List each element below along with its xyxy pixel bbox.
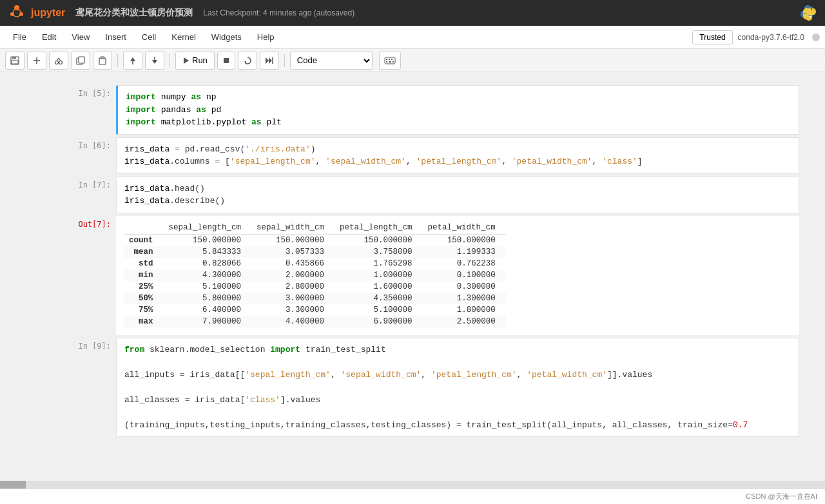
col-header-empty [124, 221, 164, 235]
cell-7-input[interactable]: iris_data.head() iris_data.describe() [116, 177, 799, 213]
toolbar: Run Code Markdown Raw NBConvert [0, 49, 825, 72]
fastforward-icon [265, 56, 274, 65]
table-cell: 5.100000 [164, 281, 252, 293]
table-cell: 2.800000 [251, 281, 335, 293]
row-header-cell: mean [124, 246, 164, 258]
cell-6-code[interactable]: iris_data = pd.read_csv('./iris.data') i… [117, 138, 799, 173]
cut-button[interactable] [49, 52, 68, 70]
menu-help[interactable]: Help [249, 28, 282, 46]
move-down-button[interactable] [145, 52, 164, 70]
table-cell: 6.900000 [335, 316, 423, 327]
table-row: std0.8280660.4358661.7652980.762238 [124, 258, 506, 269]
table-cell: 3.057333 [251, 246, 335, 258]
row-header-cell: count [124, 234, 164, 246]
notebook-title: 鸢尾花分类和波士顿房价预测 [75, 7, 193, 19]
fastforward-button[interactable] [260, 52, 279, 70]
table-row: 50%5.8000003.0000004.3500001.300000 [124, 293, 506, 304]
row-header-cell: 75% [124, 304, 164, 316]
svg-point-12 [59, 61, 63, 64]
describe-table: sepal_length_cm sepal_width_cm petal_len… [124, 221, 506, 327]
table-cell: 3.758000 [335, 246, 423, 258]
menu-kernel[interactable]: Kernel [164, 28, 204, 46]
stop-button[interactable] [217, 52, 235, 70]
row-header-cell: std [124, 258, 164, 269]
cell-7: In [7]: iris_data.head() iris_data.descr… [26, 177, 799, 213]
table-cell: 3.300000 [251, 304, 335, 316]
col-header-sepal-length: sepal_length_cm [164, 221, 252, 235]
table-cell: 4.350000 [335, 293, 423, 304]
stop-icon [222, 57, 230, 64]
paste-icon [98, 56, 107, 65]
cell-7-out-label: Out[7]: [26, 216, 116, 335]
svg-point-11 [55, 61, 59, 64]
table-row: count150.000000150.000000150.000000150.0… [124, 234, 506, 246]
svg-rect-29 [389, 59, 390, 60]
menu-widgets[interactable]: Widgets [204, 28, 249, 46]
jupyter-brand: jupyter [31, 7, 65, 19]
table-cell: 2.500000 [423, 316, 506, 327]
run-icon [182, 57, 190, 64]
svg-marker-25 [269, 57, 272, 64]
menu-file[interactable]: File [5, 28, 34, 46]
svg-line-13 [57, 58, 59, 61]
table-cell: 0.828066 [164, 258, 252, 269]
cell-5-code[interactable]: import numpy as np import pandas as pd i… [118, 86, 799, 134]
menu-cell[interactable]: Cell [134, 28, 164, 46]
cell-7-output-wrapper: Out[7]: sepal_length_cm sepal_width_cm p… [26, 216, 799, 335]
svg-rect-28 [386, 59, 387, 60]
cell-5: In [5]: import numpy as np import pandas… [26, 85, 799, 135]
add-cell-button[interactable] [27, 52, 46, 70]
table-cell: 1.765298 [335, 258, 423, 269]
paste-button[interactable] [93, 52, 112, 70]
svg-rect-30 [391, 59, 393, 60]
row-header-cell: min [124, 269, 164, 281]
svg-rect-8 [12, 61, 18, 64]
cell-9-input[interactable]: from sklearn.model_selection import trai… [116, 338, 799, 438]
kernel-info: conda-py3.7.6-tf2.0 [738, 33, 804, 42]
topbar-left: jupyter 鸢尾花分类和波士顿房价预测 Last Checkpoint: 4… [8, 4, 354, 22]
keyboard-button[interactable] [379, 52, 401, 70]
row-header-cell: 25% [124, 281, 164, 293]
bottom-text: CSDN @天海一直在AI [746, 492, 817, 501]
scrollbar-thumb[interactable] [0, 481, 26, 489]
restart-button[interactable] [238, 52, 257, 70]
svg-point-5 [810, 16, 811, 17]
menu-insert[interactable]: Insert [97, 28, 134, 46]
restart-icon [243, 56, 252, 65]
cell-9-code[interactable]: from sklearn.model_selection import trai… [117, 338, 799, 437]
cell-6-label: In [6]: [26, 137, 116, 174]
col-header-petal-length: petal_length_cm [335, 221, 423, 235]
table-cell: 4.300000 [164, 269, 252, 281]
move-up-button[interactable] [123, 52, 142, 70]
cell-5-label: In [5]: [26, 85, 116, 135]
svg-rect-22 [224, 58, 229, 63]
run-label: Run [192, 55, 208, 65]
row-header-cell: max [124, 316, 164, 327]
copy-button[interactable] [71, 52, 90, 70]
table-cell: 1.300000 [423, 293, 506, 304]
notebook-container: In [5]: import numpy as np import pandas… [0, 72, 825, 504]
cell-7-code[interactable]: iris_data.head() iris_data.describe() [117, 177, 799, 213]
table-cell: 0.100000 [423, 269, 506, 281]
copy-icon [76, 56, 85, 65]
save-button[interactable] [5, 52, 24, 70]
trusted-button[interactable]: Trusted [692, 30, 732, 44]
table-cell: 2.000000 [251, 269, 335, 281]
table-row: max7.9000004.4000006.9000002.500000 [124, 316, 506, 327]
menu-edit[interactable]: Edit [34, 28, 64, 46]
plus-icon [32, 56, 41, 65]
cell-7-output: sepal_length_cm sepal_width_cm petal_len… [116, 216, 799, 335]
cell-5-input[interactable]: import numpy as np import pandas as pd i… [116, 85, 799, 135]
topbar: jupyter 鸢尾花分类和波士顿房价预测 Last Checkpoint: 4… [0, 0, 825, 26]
menu-view[interactable]: View [64, 28, 97, 46]
table-cell: 5.100000 [335, 304, 423, 316]
table-row: min4.3000002.0000001.0000000.100000 [124, 269, 506, 281]
table-cell: 150.000000 [335, 234, 423, 246]
run-button[interactable]: Run [175, 52, 215, 70]
cell-type-select[interactable]: Code Markdown Raw NBConvert [290, 52, 373, 70]
svg-line-14 [59, 58, 61, 61]
table-cell: 1.600000 [335, 281, 423, 293]
table-cell: 1.000000 [335, 269, 423, 281]
horizontal-scrollbar[interactable] [0, 481, 825, 489]
cell-6-input[interactable]: iris_data = pd.read_csv('./iris.data') i… [116, 137, 799, 174]
